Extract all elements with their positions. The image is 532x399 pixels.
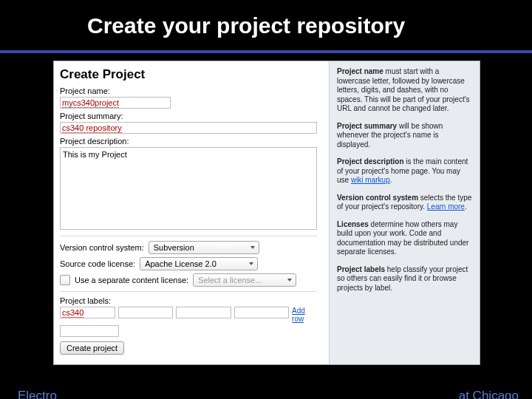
help-labels: Project labels help classify your projec… <box>337 265 472 293</box>
separator <box>60 236 317 236</box>
separate-license-row: Use a separate content license: Select a… <box>60 273 317 287</box>
project-name-input[interactable]: mycs340project <box>60 97 171 109</box>
project-labels-row: cs340 Add row <box>60 307 317 323</box>
separate-license-label: Use a separate content license: <box>75 276 188 284</box>
vcs-row: Version control system: Subversion <box>60 241 317 254</box>
project-label-input[interactable]: cs340 <box>60 307 115 318</box>
footer-left: Electro <box>18 389 57 399</box>
help-project-description: Project description is the main content … <box>337 157 472 185</box>
project-description-textarea[interactable] <box>60 147 317 230</box>
project-label-input[interactable] <box>60 325 119 337</box>
project-name-label: Project name: <box>60 86 317 95</box>
content-license-select[interactable]: Select a license... <box>193 273 296 287</box>
title-underline <box>0 50 532 53</box>
learn-more-link[interactable]: Learn more <box>427 202 465 211</box>
license-select[interactable]: Apache License 2.0 <box>140 257 258 270</box>
add-row-link[interactable]: Add row <box>292 307 317 323</box>
create-project-screenshot: Create Project Project name: mycs340proj… <box>53 61 480 365</box>
project-description-label: Project description: <box>60 137 317 146</box>
project-label-input[interactable] <box>118 307 174 318</box>
form-heading: Create Project <box>60 67 317 82</box>
vcs-select[interactable]: Subversion <box>149 241 259 254</box>
help-project-name: Project name must start with a lowercase… <box>337 67 472 114</box>
separator <box>60 291 317 292</box>
help-sidebar: Project name must start with a lowercase… <box>329 61 480 364</box>
license-label: Source code license: <box>60 259 135 268</box>
help-project-summary: Project summary will be shown whenever t… <box>337 122 472 150</box>
help-vcs: Version control system selects the type … <box>337 194 472 212</box>
project-summary-input[interactable]: cs340 repository <box>60 122 317 134</box>
project-label-input[interactable] <box>176 307 231 318</box>
project-summary-label: Project summary: <box>60 112 317 120</box>
create-project-form: Create Project Project name: mycs340proj… <box>54 61 323 364</box>
wiki-markup-link[interactable]: wiki markup <box>351 176 390 184</box>
vcs-label: Version control system: <box>60 243 144 252</box>
slide-title: Create your project repository <box>0 0 532 43</box>
help-licenses: Licenses determine how others may build … <box>337 220 472 257</box>
separate-license-checkbox[interactable] <box>60 275 70 285</box>
footer-right: at Chicago <box>459 389 519 399</box>
create-project-button[interactable]: Create project <box>60 341 124 355</box>
project-labels-label: Project labels: <box>60 296 317 305</box>
license-row: Source code license: Apache License 2.0 <box>60 257 317 270</box>
project-label-input[interactable] <box>234 307 290 318</box>
